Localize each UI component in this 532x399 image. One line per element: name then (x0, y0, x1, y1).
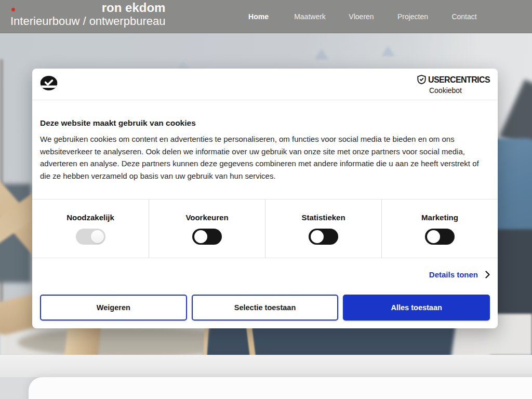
weigeren-button[interactable]: Weigeren (40, 295, 187, 321)
toggle-knob (91, 230, 104, 243)
site-header: ron ekdom Interieurbouw / ontwerpbureau … (0, 0, 532, 33)
page: ron ekdom Interieurbouw / ontwerpbureau … (0, 0, 532, 399)
nav-item-maatwerk[interactable]: Maatwerk (284, 12, 336, 21)
category-label: Noodzakelijk (66, 213, 114, 222)
nav-item-projecten[interactable]: Projecten (387, 12, 438, 21)
details-row: Details tonen (429, 270, 490, 279)
toggle-marketing[interactable] (425, 229, 455, 245)
usercentrics-shield-icon (417, 75, 426, 86)
cookiebot-logo-icon (40, 75, 58, 93)
page-section-gray (0, 355, 532, 377)
category-voorkeuren: Voorkeuren (149, 200, 265, 258)
consent-categories: Noodzakelijk Voorkeuren Statistieken Mar… (32, 199, 498, 258)
category-noodzakelijk: Noodzakelijk (32, 200, 149, 258)
alles-toestaan-button[interactable]: Alles toestaan (343, 295, 490, 321)
nav-item-home[interactable]: Home (233, 12, 284, 21)
selectie-toestaan-button[interactable]: Selectie toestaan (192, 295, 339, 321)
category-label: Voorkeuren (185, 213, 228, 222)
details-tonen-link[interactable]: Details tonen (429, 270, 478, 279)
cookie-dialog: USERCENTRICS Cookiebot Deze website maak… (32, 69, 498, 328)
page-section-card (29, 377, 532, 399)
toggle-knob (427, 230, 440, 243)
chevron-right-icon[interactable] (485, 271, 490, 278)
site-logo[interactable]: ron ekdom Interieurbouw / ontwerpbureau (10, 1, 165, 28)
consent-buttons: Weigeren Selectie toestaan Alles toestaa… (40, 295, 490, 321)
category-label: Statistieken (301, 213, 345, 222)
dialog-title: Deze website maakt gebruik van cookies (40, 118, 196, 128)
category-statistieken: Statistieken (265, 200, 381, 258)
main-nav: Home Maatwerk Vloeren Projecten Contact (233, 0, 490, 33)
dialog-description: We gebruiken cookies om content en adver… (40, 133, 489, 182)
usercentrics-name: USERCENTRICS (428, 76, 490, 84)
toggle-statistieken[interactable] (309, 229, 338, 245)
nav-item-vloeren[interactable]: Vloeren (336, 12, 387, 21)
logo-title: ron ekdom (10, 1, 165, 15)
cookiebot-name: Cookiebot (429, 87, 490, 94)
cookie-dialog-header: USERCENTRICS Cookiebot (32, 69, 498, 100)
category-label: Marketing (421, 213, 458, 222)
toggle-knob (194, 230, 207, 243)
toggle-voorkeuren[interactable] (192, 229, 222, 245)
usercentrics-branding[interactable]: USERCENTRICS Cookiebot (417, 75, 490, 94)
toggle-knob (311, 230, 324, 243)
nav-item-contact[interactable]: Contact (438, 12, 490, 21)
logo-subtitle: Interieurbouw / ontwerpbureau (10, 15, 165, 28)
toggle-noodzakelijk[interactable] (76, 229, 105, 245)
logo-red-dot-icon (11, 8, 15, 11)
category-marketing: Marketing (381, 200, 498, 258)
